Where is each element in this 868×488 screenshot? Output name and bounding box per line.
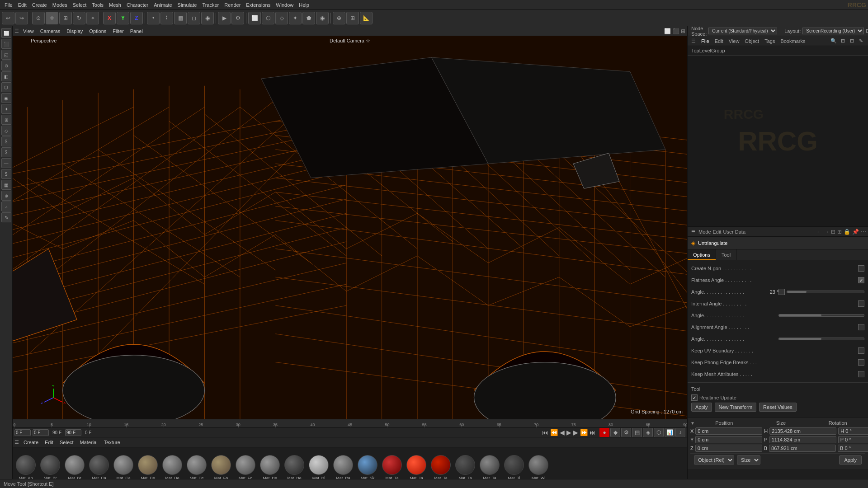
menu-edit[interactable]: Edit <box>15 0 29 10</box>
vp-options[interactable]: Options <box>87 26 108 36</box>
size-select[interactable]: Size <box>737 455 760 465</box>
material-item-19[interactable]: Mat_Ta <box>478 455 501 480</box>
material-item-13[interactable]: Mat_Ra <box>332 455 354 480</box>
edges-mode[interactable]: ⌇ <box>160 12 173 24</box>
left-tool-1[interactable]: ⬜ <box>1 28 11 38</box>
mat-texture[interactable]: Texture <box>102 440 122 445</box>
left-tool-4[interactable]: ⊙ <box>1 61 11 70</box>
left-tool-5[interactable]: ◧ <box>1 71 11 81</box>
angle-slider-2[interactable] <box>778 314 865 317</box>
menu-tracker[interactable]: Tracker <box>199 0 222 10</box>
object-list-area[interactable]: RRCG RRCG <box>688 56 868 226</box>
vp-cameras[interactable]: Cameras <box>38 26 63 36</box>
material-item-3[interactable]: Mat_Ca <box>88 455 110 480</box>
material-item-5[interactable]: Mat_De <box>137 455 159 480</box>
opt-check-1[interactable] <box>858 277 864 283</box>
bookmark-file[interactable]: File <box>701 38 709 44</box>
menu-create[interactable]: Create <box>29 0 50 10</box>
prop-pin-icon[interactable]: 📌 <box>852 229 859 235</box>
xpresso-btn[interactable]: ⬡ <box>654 427 664 437</box>
bookmark-edit[interactable]: Edit <box>715 38 723 44</box>
pos-z-field[interactable] <box>695 445 762 452</box>
left-tool-12[interactable]: $ <box>1 147 11 157</box>
prop-layout-icon[interactable]: ⊞ <box>837 229 842 235</box>
menu-modes[interactable]: Modes <box>50 0 70 10</box>
material-item-7[interactable]: Mat_Dc <box>185 455 208 480</box>
left-tool-9[interactable]: ⊞ <box>1 115 11 125</box>
anim-btn[interactable]: ⚙ <box>621 427 631 437</box>
paint-tool[interactable]: ⬡ <box>262 12 274 24</box>
undo-button[interactable]: ↩ <box>2 12 14 24</box>
timeline-btn[interactable]: 📊 <box>665 427 675 437</box>
next-keyframe-button[interactable]: ▶ <box>573 429 578 436</box>
start-frame-input[interactable] <box>14 429 31 436</box>
menu-render[interactable]: Render <box>222 0 243 10</box>
psr-collapse-icon[interactable]: ▼ <box>690 421 695 426</box>
material-item-8[interactable]: Mat_Fo <box>210 455 232 480</box>
size-z-field[interactable] <box>769 445 836 452</box>
new-transform-button[interactable]: New Transform <box>715 403 757 412</box>
material-item-10[interactable]: Mat_He <box>259 455 281 480</box>
audio-btn[interactable]: ♪ <box>675 427 685 437</box>
prop-hamburger-icon[interactable]: ☰ <box>689 228 697 235</box>
menu-character[interactable]: Character <box>124 0 151 10</box>
opt-check-mesh[interactable] <box>858 371 864 377</box>
bookmark-bookmarks[interactable]: Bookmarks <box>780 38 805 44</box>
snap-btn[interactable]: ⊕ <box>333 12 345 24</box>
prop-back-icon[interactable]: ← <box>816 229 822 235</box>
vp-hamburger[interactable]: ☰ <box>14 28 19 34</box>
prop-filter-icon[interactable]: ⊟ <box>831 229 835 235</box>
rot-z-field[interactable] <box>838 445 868 452</box>
rot-x-field[interactable] <box>838 427 868 435</box>
tab-tool[interactable]: Tool <box>716 249 736 260</box>
material-item-16[interactable]: Mat_Ta <box>405 455 428 480</box>
points-mode[interactable]: • <box>147 12 160 24</box>
material-item-1[interactable]: Mat_Br <box>39 455 61 480</box>
next-frame-button[interactable]: ⏩ <box>580 429 588 436</box>
angle-slider-3[interactable] <box>778 338 865 340</box>
left-tool-14[interactable]: $ <box>1 169 11 179</box>
current-frame-input[interactable] <box>33 429 49 436</box>
opt-check-phong[interactable] <box>858 359 864 366</box>
bm-hamburger[interactable]: ☰ <box>691 38 696 44</box>
live-select-button[interactable]: ⊙ <box>32 12 45 24</box>
knife-tool[interactable]: ◇ <box>275 12 288 24</box>
material-item-6[interactable]: Mat_De <box>161 455 184 480</box>
rotate-button[interactable]: ↻ <box>73 12 85 24</box>
left-tool-18[interactable]: ✎ <box>1 212 11 222</box>
opt-check-0[interactable] <box>858 265 864 272</box>
menu-mesh[interactable]: Mesh <box>106 0 124 10</box>
left-tool-11[interactable]: $ <box>1 136 11 146</box>
material-item-4[interactable]: Mat_Ca <box>112 455 135 480</box>
left-tool-2[interactable]: ⬛ <box>1 39 11 49</box>
mat-hamburger[interactable]: ☰ <box>14 439 19 445</box>
record-btn[interactable]: ● <box>599 427 609 437</box>
prop-edit[interactable]: Edit <box>713 229 722 235</box>
prev-frame-button[interactable]: ⏪ <box>550 429 558 436</box>
layer-btn[interactable]: ◈ <box>643 427 653 437</box>
menu-tools[interactable]: Tools <box>89 0 106 10</box>
bm-icon-2[interactable]: ⊞ <box>839 38 846 45</box>
left-tool-13[interactable]: — <box>1 158 11 168</box>
node-space-select[interactable]: Current (Standard/Physical) <box>708 28 777 34</box>
keyframe-btn[interactable]: ◆ <box>610 427 620 437</box>
left-tool-17[interactable]: ⌿ <box>1 202 11 211</box>
motion-clip-btn[interactable]: ▤ <box>632 427 642 437</box>
prop-lock-icon[interactable]: 🔒 <box>844 229 850 235</box>
prop-more-icon[interactable]: ⋯ <box>861 229 866 235</box>
timeline-ruler[interactable]: 051015202530354045505560657075808590 <box>13 419 687 428</box>
filter-icon[interactable]: ⊟ <box>864 28 868 35</box>
material-item-12[interactable]: Mat_Hi <box>307 455 330 480</box>
bm-icon-1[interactable]: 🔍 <box>830 38 837 45</box>
psr-apply-button[interactable]: Apply <box>839 455 862 465</box>
menu-extensions[interactable]: Extensions <box>243 0 273 10</box>
scale-button[interactable]: ⊞ <box>59 12 72 24</box>
material-item-2[interactable]: Mat_Br <box>63 455 86 480</box>
go-end-button[interactable]: ⏭ <box>590 429 596 436</box>
material-item-18[interactable]: Mat_Ta <box>454 455 476 480</box>
prev-keyframe-button[interactable]: ◀ <box>560 429 565 436</box>
left-tool-10[interactable]: ◇ <box>1 126 11 136</box>
polys-mode[interactable]: ▦ <box>174 12 187 24</box>
viewport[interactable]: ☰ View Cameras Display Options Filter Pa… <box>13 26 687 419</box>
bookmark-object[interactable]: Object <box>745 38 759 44</box>
